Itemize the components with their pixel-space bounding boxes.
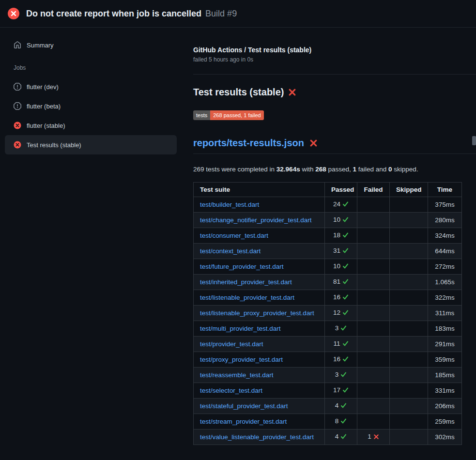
table-header-row: Test suitePassedFailedSkippedTime (194, 183, 462, 197)
x-circle-icon (14, 122, 21, 129)
table-row: test/change_notifier_provider_test.dart1… (194, 213, 462, 228)
check-icon (342, 216, 349, 224)
test-suite-link[interactable]: test/future_provider_test.dart (200, 263, 284, 270)
failed-cell (357, 244, 390, 259)
test-suite-link[interactable]: test/listenable_provider_test.dart (200, 294, 294, 301)
check-icon (342, 356, 349, 364)
divider (193, 74, 476, 75)
test-suite-link[interactable]: test/stateful_provider_test.dart (200, 402, 288, 410)
build-number: Build #9 (205, 9, 237, 18)
test-suite-link[interactable]: test/context_test.dart (200, 247, 261, 255)
time-cell: 331ms (428, 383, 462, 399)
check-title-heading: Test results (stable) (193, 87, 476, 98)
table-row: test/reassemble_test.dart3185ms (194, 368, 462, 383)
check-icon (342, 309, 349, 317)
table-row: test/value_listenable_provider_test.dart… (194, 429, 462, 445)
passed-cell: 11 (325, 337, 357, 352)
jobs-list: flutter (dev) flutter (beta) flutter (st… (0, 77, 182, 154)
results-table-body: test/builder_test.dart24375mstest/change… (194, 197, 462, 445)
scrollbar-thumb[interactable] (472, 136, 476, 145)
table-row: test/proxy_provider_test.dart16359ms (194, 352, 462, 368)
sidebar: Summary Jobs flutter (dev) flutter (beta… (0, 28, 182, 154)
passed-cell: 4 (325, 399, 357, 414)
check-icon (342, 201, 349, 209)
neutral-status-icon (14, 83, 21, 91)
sidebar-item-summary[interactable]: Summary (5, 35, 177, 55)
report-link[interactable]: reports/test-results.json (193, 138, 304, 149)
time-cell: 259ms (428, 414, 462, 429)
test-suite-link[interactable]: test/change_notifier_provider_test.dart (200, 216, 311, 224)
passed-cell: 10 (325, 259, 357, 275)
summary-text: 269 tests were completed in 32.964s with… (193, 166, 476, 173)
time-cell: 322ms (428, 290, 462, 306)
time-cell: 644ms (428, 244, 462, 259)
failed-cell (357, 368, 390, 383)
job-label: flutter (beta) (27, 103, 61, 110)
skipped-cell (390, 228, 428, 244)
time-cell: 206ms (428, 399, 462, 414)
sidebar-item-test-results-stable[interactable]: Test results (stable) (5, 135, 177, 154)
failed-x-circle-icon (8, 8, 19, 19)
breadcrumb: GitHub Actions / Test results (stable) (193, 46, 476, 54)
test-suite-link[interactable]: test/selector_test.dart (200, 387, 262, 394)
table-row: test/provider_test.dart11291ms (194, 337, 462, 352)
test-suite-link[interactable]: test/listenable_proxy_provider_test.dart (200, 309, 314, 317)
test-suite-link[interactable]: test/consumer_test.dart (200, 232, 268, 239)
x-icon (373, 434, 379, 441)
jobs-section-label: Jobs (14, 64, 182, 71)
table-row: test/multi_provider_test.dart3183ms (194, 321, 462, 337)
failed-cell (357, 275, 390, 290)
check-title-text: Test results (stable) (193, 87, 284, 98)
test-suite-link[interactable]: test/value_listenable_provider_test.dart (200, 433, 314, 441)
column-header-skipped: Skipped (390, 183, 428, 197)
job-label: flutter (dev) (27, 83, 59, 91)
cross-mark-icon (309, 139, 318, 147)
skipped-cell (390, 244, 428, 259)
failed-cell (357, 197, 390, 213)
table-row: test/future_provider_test.dart10272ms (194, 259, 462, 275)
column-header-test-suite: Test suite (194, 183, 325, 197)
table-row: test/consumer_test.dart18324ms (194, 228, 462, 244)
failed-cell (357, 321, 390, 337)
check-run-title: Do not create report when job is cancell… (26, 9, 201, 18)
skipped-cell (390, 368, 428, 383)
test-results-table: Test suitePassedFailedSkippedTime test/b… (193, 182, 462, 445)
time-cell: 185ms (428, 368, 462, 383)
job-label: Test results (stable) (27, 141, 81, 149)
passed-cell: 8 (325, 414, 357, 429)
skipped-cell (390, 399, 428, 414)
test-suite-link[interactable]: test/provider_test.dart (200, 340, 263, 348)
time-cell: 324ms (428, 228, 462, 244)
test-suite-link[interactable]: test/builder_test.dart (200, 201, 259, 208)
failed-cell (357, 399, 390, 414)
test-suite-link[interactable]: test/reassemble_test.dart (200, 371, 274, 379)
status-line: failed 5 hours ago in 0s (193, 56, 476, 63)
passed-cell: 18 (325, 228, 357, 244)
failed-cell (357, 352, 390, 368)
passed-cell: 81 (325, 275, 357, 290)
test-suite-link[interactable]: test/inherited_provider_test.dart (200, 278, 292, 286)
table-row: test/stateful_provider_test.dart4206ms (194, 399, 462, 414)
failed-cell (357, 228, 390, 244)
check-icon (340, 418, 347, 426)
sidebar-item-flutter-beta[interactable]: flutter (beta) (5, 96, 177, 116)
sidebar-item-flutter-stable[interactable]: flutter (stable) (5, 116, 177, 135)
badge-value: 268 passed, 1 failed (210, 110, 263, 120)
time-cell: 291ms (428, 337, 462, 352)
skipped-cell (390, 275, 428, 290)
passed-cell: 24 (325, 197, 357, 213)
table-row: test/stream_provider_test.dart8259ms (194, 414, 462, 429)
test-suite-link[interactable]: test/multi_provider_test.dart (200, 325, 281, 332)
sidebar-item-flutter-dev[interactable]: flutter (dev) (5, 77, 177, 96)
page-title: Do not create report when job is cancell… (26, 9, 237, 19)
column-header-passed: Passed (325, 183, 357, 197)
check-icon (342, 387, 349, 395)
test-suite-link[interactable]: test/proxy_provider_test.dart (200, 356, 283, 363)
sidebar-summary-label: Summary (27, 42, 54, 49)
passed-cell: 10 (325, 213, 357, 228)
skipped-cell (390, 337, 428, 352)
check-icon (342, 263, 349, 271)
failed-cell (357, 414, 390, 429)
test-suite-link[interactable]: test/stream_provider_test.dart (200, 418, 287, 425)
skipped-cell (390, 306, 428, 321)
